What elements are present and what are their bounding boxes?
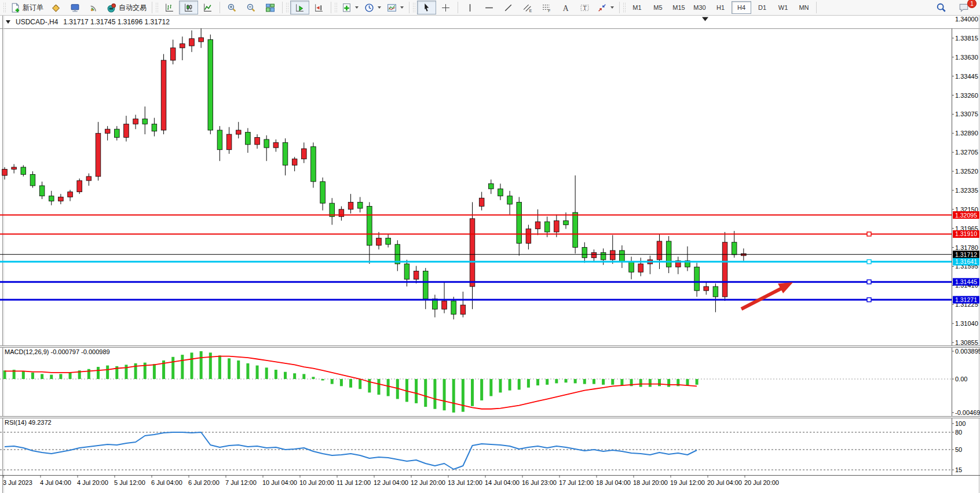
chart-shift-button[interactable] xyxy=(309,1,328,14)
price-tag xyxy=(953,278,979,286)
timeframe-h4-button[interactable]: H4 xyxy=(732,1,751,14)
price-tick-label: 1.33445 xyxy=(955,73,978,80)
candlestick-chart-icon xyxy=(184,3,193,13)
line-handle[interactable] xyxy=(867,232,871,236)
price-tag-label: 1.31910 xyxy=(955,230,977,237)
autotrading-button[interactable]: 自动交易 xyxy=(104,1,149,14)
timeframe-group: M1M5M15M30H1H4D1W1MN xyxy=(627,1,814,14)
price-tick-label: 1.30855 xyxy=(955,339,978,346)
text-label-button[interactable]: T xyxy=(575,1,594,14)
mt4-window: 新订单 自动交易 xyxy=(0,0,980,493)
cursor-button[interactable] xyxy=(417,1,436,14)
search-button[interactable] xyxy=(931,1,950,14)
fibonacci-icon: F xyxy=(542,3,551,13)
timeframe-w1-button[interactable]: W1 xyxy=(773,1,793,14)
auto-scroll-button[interactable] xyxy=(290,1,309,14)
timeframe-m30-button[interactable]: M30 xyxy=(690,1,710,14)
line-handle[interactable] xyxy=(867,298,871,302)
text-icon: A xyxy=(561,3,571,13)
toolbar-separator xyxy=(816,2,817,13)
timeframe-m1-button[interactable]: M1 xyxy=(627,1,647,14)
toolbar-right: 1 xyxy=(931,1,978,14)
line-handle[interactable] xyxy=(867,280,871,284)
chart-header: USDCAD-,H4 1.31717 1.31745 1.31696 1.317… xyxy=(0,16,980,29)
search-icon xyxy=(936,2,946,13)
toolbar-drag-handle[interactable] xyxy=(412,2,415,13)
templates-button[interactable] xyxy=(384,1,407,14)
new-order-button[interactable]: 新订单 xyxy=(8,1,46,14)
price-tick-label: 1.33630 xyxy=(955,54,978,61)
time-tick-label: 5 Jul 12:00 xyxy=(114,479,145,486)
horizontal-line-button[interactable] xyxy=(480,1,499,14)
macd-pane[interactable]: MACD(12,26,9) -0.000797 -0.0009890.00389… xyxy=(0,348,980,416)
line-chart-button[interactable] xyxy=(198,1,217,14)
time-tick-label: 16 Jul 23:00 xyxy=(522,479,557,486)
price-tick-label: 1.32335 xyxy=(955,187,978,194)
vertical-line-button[interactable] xyxy=(460,1,480,14)
toolbar-drag-handle[interactable] xyxy=(334,2,337,13)
time-tick-label: 4 Jul 04:00 xyxy=(40,479,71,486)
trendline-button[interactable] xyxy=(499,1,518,14)
zoom-in-button[interactable] xyxy=(222,1,242,14)
timeframe-m15-button[interactable]: M15 xyxy=(669,1,689,14)
toolbar-drag-handle[interactable] xyxy=(286,2,288,13)
zoom-out-icon xyxy=(246,3,256,13)
timeframe-mn-button[interactable]: MN xyxy=(794,1,814,14)
dropdown-caret xyxy=(378,6,381,9)
price-tick-label: 1.31225 xyxy=(955,301,978,308)
toolbar-separator xyxy=(458,2,458,13)
timeframe-m5-button[interactable]: M5 xyxy=(648,1,668,14)
toolbar-drag-handle[interactable] xyxy=(3,2,6,13)
channel-button[interactable]: E xyxy=(518,1,537,14)
time-tick-label: 6 Jul 20:00 xyxy=(188,479,220,486)
toolbar-drag-handle[interactable] xyxy=(155,2,158,13)
fibonacci-button[interactable]: F xyxy=(537,1,556,14)
price-tag-label: 1.31641 xyxy=(955,258,977,265)
price-tag-label: 1.31445 xyxy=(955,278,977,285)
toolbar-separator xyxy=(282,2,283,13)
signals-button[interactable] xyxy=(85,1,104,14)
price-lines[interactable]: 1.320951.319101.317121.316411.314451.312… xyxy=(0,211,979,303)
templates-icon xyxy=(387,3,397,13)
time-axis[interactable]: 3 Jul 20234 Jul 04:004 Jul 20:005 Jul 12… xyxy=(0,476,980,487)
toolbar-separator xyxy=(152,2,152,13)
candlestick-chart-button[interactable] xyxy=(179,1,198,14)
timeframe-d1-button[interactable]: D1 xyxy=(752,1,772,14)
annotation-arrow[interactable] xyxy=(741,282,793,309)
chat-button[interactable]: 1 xyxy=(954,1,973,14)
rsi-line xyxy=(5,432,697,469)
price-axis[interactable]: 1.340001.338151.336301.334451.332601.330… xyxy=(952,16,978,476)
time-tick-label: 17 Jul 12:00 xyxy=(559,479,594,486)
dropdown-caret xyxy=(610,6,614,9)
toolbar-separator xyxy=(331,2,331,13)
indicators-button[interactable] xyxy=(339,1,361,14)
rsi-pane[interactable]: 100805015RSI(14) 49.2372 xyxy=(0,419,966,473)
shapes-button[interactable] xyxy=(594,1,617,14)
bar-chart-button[interactable] xyxy=(160,1,179,14)
price-tick-label: 1.33260 xyxy=(955,92,978,99)
time-tick-label: 14 Jul 04:00 xyxy=(485,479,520,486)
price-tick-label: 1.31410 xyxy=(955,282,978,289)
crosshair-button[interactable] xyxy=(436,1,455,14)
rsi-tick-label: 15 xyxy=(955,466,962,473)
tile-windows-button[interactable] xyxy=(261,1,280,14)
rsi-label: RSI(14) 49.2372 xyxy=(5,419,52,426)
price-tag-label: 1.32095 xyxy=(955,212,977,219)
toolbar-drag-handle[interactable] xyxy=(623,2,626,13)
text-button[interactable]: A xyxy=(556,1,575,14)
trendline-icon xyxy=(503,3,513,13)
zoom-out-button[interactable] xyxy=(242,1,261,14)
shapes-icon xyxy=(597,3,607,13)
styler-button[interactable] xyxy=(46,1,65,14)
periods-button[interactable] xyxy=(361,1,384,14)
timeframe-h1-button[interactable]: H1 xyxy=(711,1,730,14)
price-tick-label: 1.32890 xyxy=(955,130,978,137)
signal-icon xyxy=(89,3,99,13)
candles[interactable] xyxy=(2,27,746,319)
publisher-button[interactable] xyxy=(65,1,85,14)
chart-canvas[interactable]: 1.340001.338151.336301.334451.332601.330… xyxy=(0,0,980,493)
chart-menu-icon[interactable] xyxy=(6,20,10,24)
macd-tick-label: 0.00 xyxy=(955,376,967,382)
line-handle[interactable] xyxy=(867,260,871,264)
cursor-icon xyxy=(422,3,432,13)
